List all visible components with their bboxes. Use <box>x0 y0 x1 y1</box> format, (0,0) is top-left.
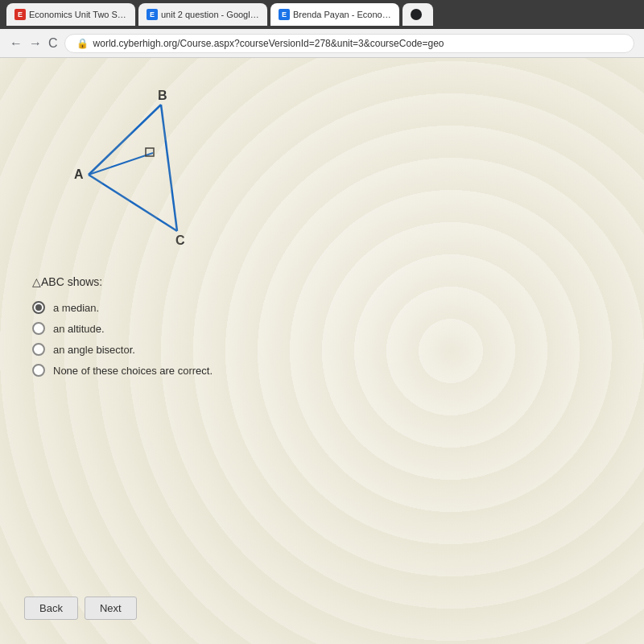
tab-4[interactable] <box>402 3 433 26</box>
tab-icon-3: E <box>279 9 290 20</box>
tab-2[interactable]: E unit 2 question - Google D <box>138 3 267 26</box>
radio-2[interactable] <box>32 322 45 335</box>
refresh-button[interactable]: C <box>48 36 58 51</box>
choice-label-2: an altitude. <box>53 323 105 335</box>
svg-line-3 <box>89 153 153 175</box>
browser-titlebar: E Economics Unit Two Stud E unit 2 quest… <box>0 0 644 29</box>
question-label: △ABC shows: <box>32 275 102 288</box>
tab-3[interactable]: E Brenda Payan - Economic <box>270 3 399 26</box>
lock-icon: 🔒 <box>76 38 89 49</box>
choice-label-1: a median. <box>53 302 99 314</box>
choice-item-2[interactable]: an altitude. <box>32 322 620 335</box>
url-text: world.cyberhigh.org/Course.aspx?courseVe… <box>93 38 444 49</box>
radio-1[interactable] <box>32 301 45 314</box>
svg-line-0 <box>89 105 161 175</box>
address-bar-row: ← → C 🔒 world.cyberhigh.org/Course.aspx?… <box>0 29 644 58</box>
triangle-diagram: A B C <box>56 82 620 259</box>
tab-2-label: unit 2 question - Google D <box>161 10 259 19</box>
back-button[interactable]: Back <box>24 597 78 620</box>
navigation-buttons: Back Next <box>24 597 137 620</box>
radio-3[interactable] <box>32 343 45 356</box>
url-bar[interactable]: 🔒 world.cyberhigh.org/Course.aspx?course… <box>64 34 634 53</box>
tab-3-label: Brenda Payan - Economic <box>293 10 391 19</box>
forward-nav-button[interactable]: → <box>29 36 42 51</box>
answer-choices: a median. an altitude. an angle bisector… <box>32 301 620 377</box>
tab-icon-2: E <box>147 9 158 20</box>
tab-1-label: Economics Unit Two Stud <box>29 10 127 19</box>
back-nav-button[interactable]: ← <box>10 36 23 51</box>
tab-1[interactable]: E Economics Unit Two Stud <box>6 3 135 26</box>
triangle-svg: A B C <box>56 82 233 259</box>
radio-4[interactable] <box>32 364 45 377</box>
svg-line-2 <box>89 175 177 231</box>
label-a: A <box>74 167 84 181</box>
question-prompt: △ABC shows: <box>32 275 620 288</box>
choice-label-4: None of these choices are correct. <box>53 365 213 377</box>
label-b: B <box>158 89 167 102</box>
choice-item-4[interactable]: None of these choices are correct. <box>32 364 620 377</box>
choice-item-3[interactable]: an angle bisector. <box>32 343 620 356</box>
tab-icon-4 <box>411 9 422 20</box>
choice-label-3: an angle bisector. <box>53 344 135 356</box>
next-button[interactable]: Next <box>85 597 137 620</box>
label-c: C <box>175 233 185 247</box>
choice-item-1[interactable]: a median. <box>32 301 620 314</box>
svg-line-1 <box>161 105 177 231</box>
page-content: A B C △ABC shows: a median. an altitude.… <box>0 58 644 644</box>
tab-icon-1: E <box>14 9 26 20</box>
